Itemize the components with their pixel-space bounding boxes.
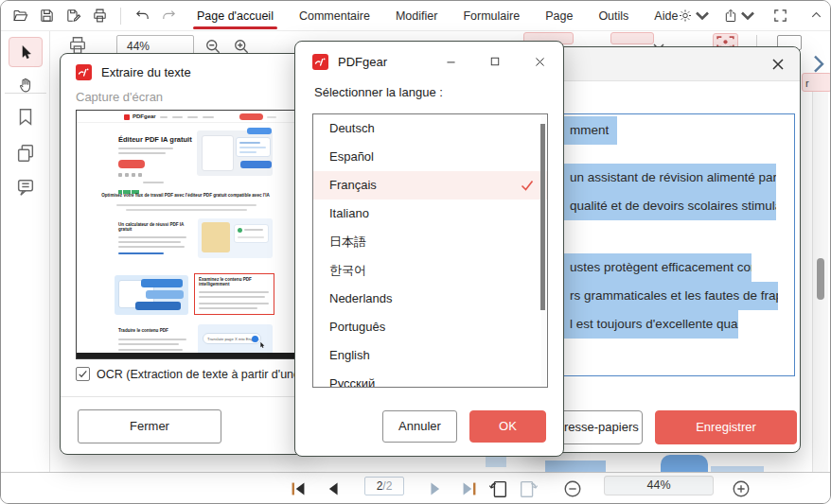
preview-hero-title: Éditeur PDF IA gratuit: [118, 135, 192, 144]
language-option-francais[interactable]: Français: [313, 171, 547, 200]
cursor-arrow-icon: [18, 44, 34, 61]
fullscreen-icon[interactable]: [769, 5, 791, 27]
collapse-toolbar-icon[interactable]: [804, 5, 827, 27]
language-option-korean[interactable]: 한국어: [313, 256, 547, 285]
next-page-button[interactable]: [425, 478, 446, 499]
language-option-russian[interactable]: Русский: [313, 370, 547, 388]
doc-highlight: [486, 456, 506, 467]
extracted-line: rs grammaticales et les fautes de frappe…: [532, 282, 778, 310]
left-sidebar: [1, 31, 50, 474]
ocr-checkbox[interactable]: [76, 367, 90, 381]
hand-tool-button[interactable]: [9, 70, 43, 100]
scrollbar-thumb[interactable]: [817, 258, 824, 300]
doc-blue-button-partial: [661, 455, 708, 474]
close-icon[interactable]: [531, 53, 548, 70]
tab-commentaire[interactable]: Commentaire: [299, 1, 370, 31]
minimize-icon[interactable]: [442, 53, 459, 70]
preview-feature3-image: Translate page X into English: [198, 324, 273, 355]
zoom-level[interactable]: 44%: [604, 476, 714, 495]
tab-formulaire[interactable]: Formulaire: [463, 1, 520, 31]
caret-down-icon: [740, 8, 755, 24]
preview-brand-logo: [124, 114, 130, 120]
language-option-english[interactable]: English: [313, 341, 547, 370]
preview-feature2-image: [115, 275, 188, 315]
previous-view-button[interactable]: [488, 478, 509, 499]
save-as-icon[interactable]: [62, 5, 84, 27]
enregistrer-button[interactable]: Enregistrer: [655, 410, 797, 444]
toolbar-button-partial[interactable]: [610, 32, 654, 44]
list-scrollbar-thumb[interactable]: [540, 124, 545, 310]
previous-page-button[interactable]: [323, 478, 344, 499]
pdfgear-logo-icon: [76, 64, 92, 80]
maximize-icon[interactable]: [486, 53, 504, 70]
caret-down-icon: [695, 8, 710, 24]
undo-icon[interactable]: [131, 5, 153, 27]
result-dialog-titlebar: [527, 47, 800, 81]
expand-panel-chevron-icon[interactable]: [811, 54, 826, 71]
fermer-button[interactable]: Fermer: [78, 409, 221, 443]
divider: [5, 93, 46, 94]
open-file-icon[interactable]: [9, 5, 31, 27]
divider: [61, 396, 303, 397]
check-icon: [520, 178, 535, 193]
check-icon: [78, 369, 88, 379]
select-tool-button[interactable]: [9, 37, 43, 67]
preview-selected-region: Examinez le contenu PDF intelligemment: [194, 273, 274, 315]
zoom-out-button[interactable]: [562, 478, 583, 499]
preview-cursor-icon: [258, 341, 266, 349]
page-indicator[interactable]: 2/2: [364, 477, 404, 495]
pdfgear-logo-icon: [312, 54, 328, 70]
language-option-deutsch[interactable]: Deutsch: [313, 114, 547, 143]
language-option-portugues[interactable]: Português: [313, 313, 547, 341]
print-icon[interactable]: [88, 5, 111, 27]
pages-panel-icon[interactable]: [15, 143, 36, 164]
language-dialog: PDFgear Sélectionner la langue : Deutsch…: [294, 41, 564, 457]
hand-icon: [17, 77, 35, 95]
total-pages: /2: [382, 479, 392, 493]
capture-section-label: Capture d'écran: [76, 90, 163, 104]
ocr-label: OCR (Extraction de texte à partir d'une …: [97, 368, 304, 381]
menubar-right: [678, 5, 831, 27]
preview-feature2-title: Examinez le contenu PDF intelligemment: [199, 277, 271, 287]
theme-icon[interactable]: [678, 5, 710, 27]
preview-section-title: Optimisez votre flux de travail PDF avec…: [77, 193, 294, 198]
close-icon[interactable]: [769, 56, 787, 73]
tab-aide[interactable]: Aide: [654, 1, 678, 31]
comments-panel-icon[interactable]: [15, 177, 36, 198]
extract-result-dialog: mment un assistant de révision alimenté …: [526, 46, 801, 453]
preview-brand: PDFgear: [133, 113, 156, 119]
tab-page[interactable]: Page: [545, 1, 573, 31]
divider: [120, 8, 121, 25]
extracted-line: qualité et de devoirs scolaires stimulan…: [532, 192, 776, 220]
tab-outils[interactable]: Outils: [598, 1, 628, 31]
redo-icon[interactable]: [157, 5, 180, 27]
next-view-button[interactable]: [518, 478, 539, 499]
language-dialog-title: PDFgear: [338, 55, 387, 69]
menu-tabs: Page d'accueil Commentaire Modifier Form…: [197, 1, 678, 31]
tab-modifier[interactable]: Modifier: [396, 1, 437, 31]
extract-text-dialog: Extraire du texte Capture d'écran PDFgea…: [60, 53, 304, 455]
first-page-button[interactable]: [288, 478, 309, 499]
ocr-option: OCR (Extraction de texte à partir d'une …: [76, 367, 304, 381]
language-option-japanese[interactable]: 日本語: [313, 228, 547, 256]
last-page-button[interactable]: [459, 478, 480, 499]
extract-dialog-titlebar: Extraire du texte: [61, 54, 303, 80]
language-list: Deutsch Español Français Italiano 日本語 한국…: [312, 113, 548, 388]
share-icon[interactable]: [723, 5, 755, 27]
bookmarks-panel-icon[interactable]: [15, 107, 36, 128]
panel-button-partial[interactable]: r: [802, 73, 831, 92]
language-option-nederlands[interactable]: Nederlands: [313, 285, 547, 313]
annuler-button[interactable]: Annuler: [382, 410, 457, 443]
save-icon[interactable]: [35, 5, 58, 27]
zoom-in-button[interactable]: [731, 478, 751, 499]
document-scrollbar[interactable]: [812, 92, 828, 474]
tab-page-accueil[interactable]: Page d'accueil: [197, 1, 274, 31]
language-option-italiano[interactable]: Italiano: [313, 200, 547, 228]
language-option-espanol[interactable]: Español: [313, 143, 547, 171]
select-language-label: Sélectionner la langue :: [314, 85, 443, 99]
list-scrollbar[interactable]: [541, 115, 546, 388]
preview-feature1-title: Un calculateur de réussi PDF IA gratuit: [118, 222, 190, 232]
screenshot-preview: PDFgear Éditeur PDF IA gratuit: [76, 110, 295, 359]
ok-button[interactable]: OK: [469, 410, 546, 443]
menubar: Page d'accueil Commentaire Modifier Form…: [1, 1, 830, 31]
